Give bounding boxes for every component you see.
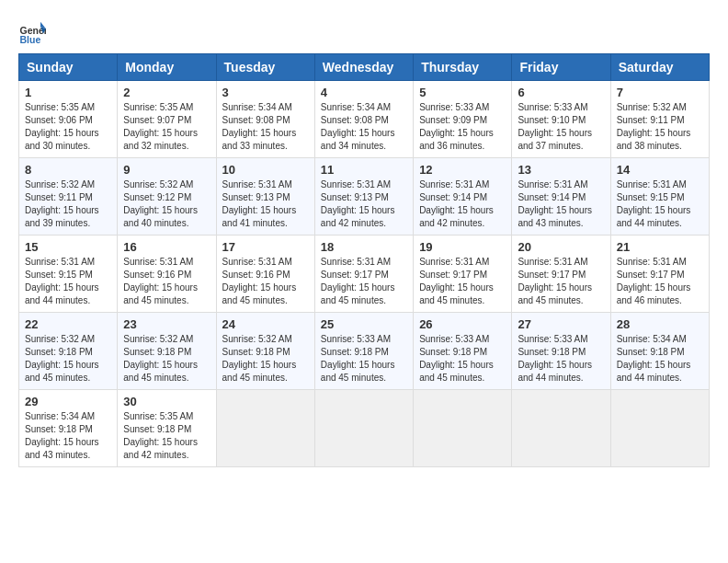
day-info: Sunrise: 5:31 AMSunset: 9:16 PMDaylight:… bbox=[123, 256, 210, 307]
calendar-header-row: SundayMondayTuesdayWednesdayThursdayFrid… bbox=[19, 54, 710, 81]
logo-icon: General Blue bbox=[18, 18, 46, 46]
calendar-row-2: 15Sunrise: 5:31 AMSunset: 9:15 PMDayligh… bbox=[19, 236, 710, 313]
day-info: Sunrise: 5:32 AMSunset: 9:18 PMDaylight:… bbox=[25, 333, 111, 385]
calendar-cell: 16Sunrise: 5:31 AMSunset: 9:16 PMDayligh… bbox=[118, 236, 216, 313]
day-info: Sunrise: 5:35 AMSunset: 9:18 PMDaylight:… bbox=[123, 410, 210, 462]
calendar-cell bbox=[216, 390, 314, 467]
day-number: 15 bbox=[25, 240, 111, 254]
calendar-header-tuesday: Tuesday bbox=[216, 54, 314, 81]
calendar-cell: 3Sunrise: 5:34 AMSunset: 9:08 PMDaylight… bbox=[216, 81, 314, 158]
day-number: 23 bbox=[123, 317, 210, 331]
calendar-cell: 9Sunrise: 5:32 AMSunset: 9:12 PMDaylight… bbox=[118, 158, 216, 236]
calendar-cell: 30Sunrise: 5:35 AMSunset: 9:18 PMDayligh… bbox=[118, 390, 216, 467]
calendar-cell: 21Sunrise: 5:31 AMSunset: 9:17 PMDayligh… bbox=[610, 236, 709, 313]
day-info: Sunrise: 5:34 AMSunset: 9:08 PMDaylight:… bbox=[321, 101, 407, 153]
calendar-cell: 25Sunrise: 5:33 AMSunset: 9:18 PMDayligh… bbox=[314, 313, 413, 390]
calendar-cell bbox=[314, 390, 413, 467]
calendar-header-wednesday: Wednesday bbox=[314, 54, 413, 81]
calendar-cell: 27Sunrise: 5:33 AMSunset: 9:18 PMDayligh… bbox=[512, 313, 610, 390]
calendar-cell: 24Sunrise: 5:32 AMSunset: 9:18 PMDayligh… bbox=[216, 313, 314, 390]
day-number: 18 bbox=[321, 240, 407, 254]
day-info: Sunrise: 5:32 AMSunset: 9:18 PMDaylight:… bbox=[123, 333, 210, 385]
calendar-cell: 7Sunrise: 5:32 AMSunset: 9:11 PMDaylight… bbox=[610, 81, 709, 158]
day-info: Sunrise: 5:31 AMSunset: 9:14 PMDaylight:… bbox=[419, 178, 506, 230]
calendar-cell bbox=[610, 390, 709, 467]
calendar-cell: 17Sunrise: 5:31 AMSunset: 9:16 PMDayligh… bbox=[216, 236, 314, 313]
calendar-cell: 23Sunrise: 5:32 AMSunset: 9:18 PMDayligh… bbox=[118, 313, 216, 390]
day-number: 2 bbox=[123, 86, 210, 99]
day-info: Sunrise: 5:31 AMSunset: 9:13 PMDaylight:… bbox=[222, 178, 309, 230]
calendar-header-friday: Friday bbox=[512, 54, 610, 81]
header: General Blue bbox=[18, 18, 710, 46]
calendar-header-monday: Monday bbox=[118, 54, 216, 81]
calendar-header-saturday: Saturday bbox=[610, 54, 709, 81]
logo: General Blue bbox=[18, 18, 46, 46]
day-number: 16 bbox=[123, 240, 210, 254]
calendar-cell: 5Sunrise: 5:33 AMSunset: 9:09 PMDaylight… bbox=[414, 81, 512, 158]
day-info: Sunrise: 5:31 AMSunset: 9:15 PMDaylight:… bbox=[617, 178, 703, 230]
day-number: 7 bbox=[617, 86, 703, 99]
day-number: 4 bbox=[321, 86, 407, 99]
calendar-cell: 13Sunrise: 5:31 AMSunset: 9:14 PMDayligh… bbox=[512, 158, 610, 236]
day-number: 8 bbox=[25, 163, 111, 177]
day-number: 3 bbox=[222, 86, 309, 99]
day-info: Sunrise: 5:32 AMSunset: 9:11 PMDaylight:… bbox=[25, 178, 111, 230]
calendar-row-1: 8Sunrise: 5:32 AMSunset: 9:11 PMDaylight… bbox=[19, 158, 710, 236]
day-number: 21 bbox=[617, 240, 703, 254]
calendar-cell bbox=[512, 390, 610, 467]
day-info: Sunrise: 5:34 AMSunset: 9:18 PMDaylight:… bbox=[617, 333, 703, 385]
day-number: 12 bbox=[419, 163, 506, 177]
day-number: 9 bbox=[123, 163, 210, 177]
day-number: 13 bbox=[518, 163, 604, 177]
calendar-cell: 26Sunrise: 5:33 AMSunset: 9:18 PMDayligh… bbox=[414, 313, 512, 390]
day-number: 19 bbox=[419, 240, 506, 254]
calendar-cell: 22Sunrise: 5:32 AMSunset: 9:18 PMDayligh… bbox=[19, 313, 118, 390]
day-number: 11 bbox=[321, 163, 407, 177]
day-number: 22 bbox=[25, 317, 111, 331]
day-info: Sunrise: 5:33 AMSunset: 9:10 PMDaylight:… bbox=[518, 101, 604, 153]
day-number: 6 bbox=[518, 86, 604, 99]
day-number: 17 bbox=[222, 240, 309, 254]
calendar-header-thursday: Thursday bbox=[414, 54, 512, 81]
calendar-cell: 20Sunrise: 5:31 AMSunset: 9:17 PMDayligh… bbox=[512, 236, 610, 313]
day-number: 10 bbox=[222, 163, 309, 177]
calendar-cell bbox=[414, 390, 512, 467]
day-info: Sunrise: 5:33 AMSunset: 9:18 PMDaylight:… bbox=[518, 333, 604, 385]
day-info: Sunrise: 5:32 AMSunset: 9:11 PMDaylight:… bbox=[617, 101, 703, 153]
day-info: Sunrise: 5:31 AMSunset: 9:17 PMDaylight:… bbox=[321, 256, 407, 307]
calendar-row-0: 1Sunrise: 5:35 AMSunset: 9:06 PMDaylight… bbox=[19, 81, 710, 158]
calendar-cell: 2Sunrise: 5:35 AMSunset: 9:07 PMDaylight… bbox=[118, 81, 216, 158]
day-info: Sunrise: 5:35 AMSunset: 9:07 PMDaylight:… bbox=[123, 101, 210, 153]
calendar-cell: 1Sunrise: 5:35 AMSunset: 9:06 PMDaylight… bbox=[19, 81, 118, 158]
day-number: 14 bbox=[617, 163, 703, 177]
day-info: Sunrise: 5:32 AMSunset: 9:12 PMDaylight:… bbox=[123, 178, 210, 230]
day-number: 1 bbox=[25, 86, 111, 99]
day-number: 24 bbox=[222, 317, 309, 331]
day-info: Sunrise: 5:33 AMSunset: 9:18 PMDaylight:… bbox=[321, 333, 407, 385]
calendar-cell: 11Sunrise: 5:31 AMSunset: 9:13 PMDayligh… bbox=[314, 158, 413, 236]
calendar-cell: 10Sunrise: 5:31 AMSunset: 9:13 PMDayligh… bbox=[216, 158, 314, 236]
day-info: Sunrise: 5:32 AMSunset: 9:18 PMDaylight:… bbox=[222, 333, 309, 385]
day-info: Sunrise: 5:31 AMSunset: 9:16 PMDaylight:… bbox=[222, 256, 309, 307]
day-number: 29 bbox=[25, 395, 111, 408]
day-number: 30 bbox=[123, 395, 210, 408]
calendar-cell: 8Sunrise: 5:32 AMSunset: 9:11 PMDaylight… bbox=[19, 158, 118, 236]
calendar-cell: 4Sunrise: 5:34 AMSunset: 9:08 PMDaylight… bbox=[314, 81, 413, 158]
day-info: Sunrise: 5:33 AMSunset: 9:18 PMDaylight:… bbox=[419, 333, 506, 385]
svg-text:Blue: Blue bbox=[20, 34, 41, 45]
calendar-cell: 18Sunrise: 5:31 AMSunset: 9:17 PMDayligh… bbox=[314, 236, 413, 313]
calendar-row-3: 22Sunrise: 5:32 AMSunset: 9:18 PMDayligh… bbox=[19, 313, 710, 390]
day-number: 28 bbox=[617, 317, 703, 331]
calendar-cell: 6Sunrise: 5:33 AMSunset: 9:10 PMDaylight… bbox=[512, 81, 610, 158]
calendar-cell: 28Sunrise: 5:34 AMSunset: 9:18 PMDayligh… bbox=[610, 313, 709, 390]
day-number: 25 bbox=[321, 317, 407, 331]
calendar-row-4: 29Sunrise: 5:34 AMSunset: 9:18 PMDayligh… bbox=[19, 390, 710, 467]
day-number: 5 bbox=[419, 86, 506, 99]
calendar-cell: 19Sunrise: 5:31 AMSunset: 9:17 PMDayligh… bbox=[414, 236, 512, 313]
day-info: Sunrise: 5:31 AMSunset: 9:17 PMDaylight:… bbox=[617, 256, 703, 307]
calendar-cell: 29Sunrise: 5:34 AMSunset: 9:18 PMDayligh… bbox=[19, 390, 118, 467]
day-info: Sunrise: 5:31 AMSunset: 9:17 PMDaylight:… bbox=[518, 256, 604, 307]
day-info: Sunrise: 5:34 AMSunset: 9:08 PMDaylight:… bbox=[222, 101, 309, 153]
day-info: Sunrise: 5:31 AMSunset: 9:14 PMDaylight:… bbox=[518, 178, 604, 230]
day-number: 26 bbox=[419, 317, 506, 331]
